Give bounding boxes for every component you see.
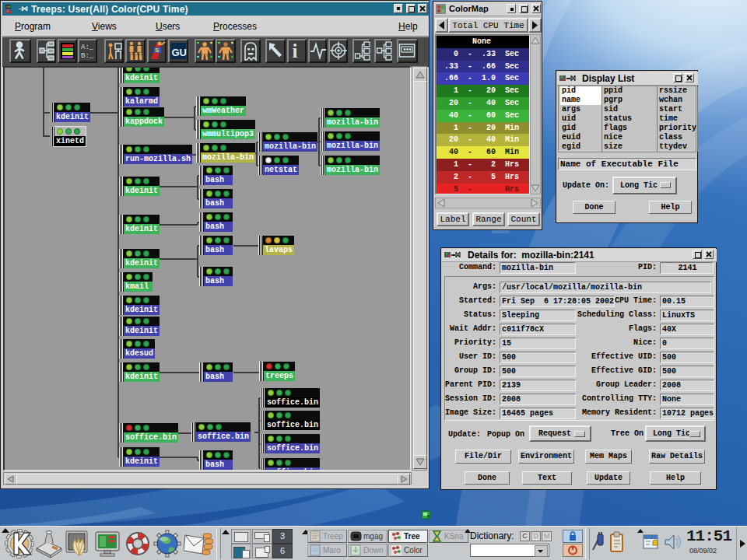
svg-text:A:_: A:_ [81,44,94,51]
svg-text:B:_: B:_ [81,52,94,60]
svg-text:i: i [293,40,298,61]
svg-text:GU: GU [172,47,188,58]
svg-text:S: S [155,47,160,54]
